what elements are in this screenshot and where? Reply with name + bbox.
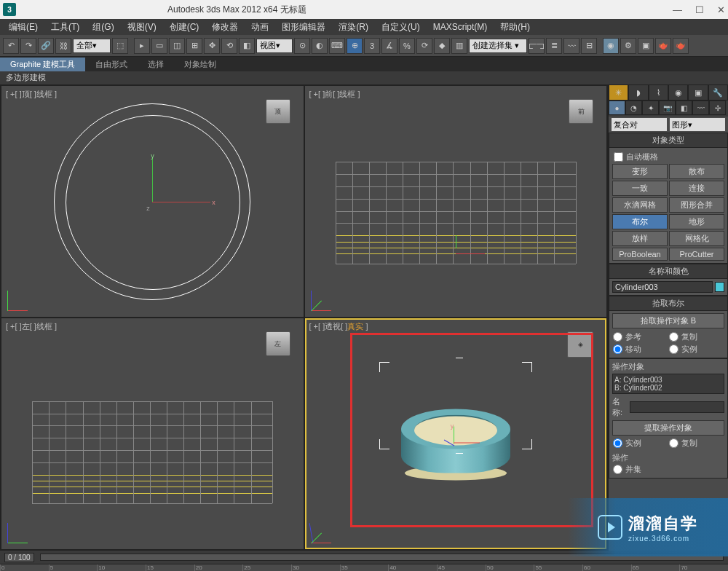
curve-editor-button[interactable]: 〰 bbox=[563, 38, 579, 54]
ref-coord-dropdown[interactable]: 视图 ▾ bbox=[256, 39, 293, 53]
material-editor-button[interactable]: ◉ bbox=[603, 38, 619, 54]
mirror-button[interactable]: ▥ bbox=[451, 38, 467, 54]
rendered-frame-button[interactable]: ▣ bbox=[638, 38, 654, 54]
btn-morph[interactable]: 变形 bbox=[612, 164, 668, 179]
window-cross-button[interactable]: ⊞ bbox=[186, 38, 202, 54]
redo-button[interactable]: ↷ bbox=[20, 38, 36, 54]
category-dropdown-1[interactable]: 复合对 bbox=[612, 118, 667, 131]
btn-scatter[interactable]: 散布 bbox=[669, 164, 724, 179]
btn-loft[interactable]: 放样 bbox=[612, 231, 668, 246]
rollout-namecolor[interactable]: 名称和颜色 bbox=[609, 264, 728, 279]
menu-help[interactable]: 帮助(H) bbox=[494, 20, 536, 35]
viewcube-front[interactable]: 前 bbox=[569, 99, 593, 124]
pick-operand-button[interactable]: 拾取操作对象 B bbox=[612, 313, 724, 328]
viewport-perspective[interactable]: [ +[ ]透视[ ]真实 ] ◈ y bbox=[305, 318, 607, 549]
menu-create[interactable]: 创建(C) bbox=[164, 20, 205, 35]
ribbon-tab-freeform[interactable]: 自由形式 bbox=[85, 58, 138, 71]
menu-customize[interactable]: 自定义(U) bbox=[376, 20, 426, 35]
snap-3[interactable]: 3 bbox=[364, 38, 380, 54]
viewport-front-label[interactable]: [ +[ ]前[ ]线框 ] bbox=[309, 89, 360, 100]
cursor-button[interactable]: ▸ bbox=[134, 38, 150, 54]
rotate-button[interactable]: ⟲ bbox=[221, 38, 237, 54]
btn-procutter[interactable]: ProCutter bbox=[669, 248, 724, 261]
radio-move[interactable] bbox=[613, 344, 622, 354]
timeline[interactable]: 0 5 10 15 20 25 30 35 40 45 50 55 60 65 … bbox=[0, 564, 728, 571]
viewport-persp-label[interactable]: [ +[ ]透视[ ]真实 ] bbox=[309, 321, 368, 332]
btn-blobmesh[interactable]: 水滴网格 bbox=[612, 197, 668, 213]
btn-conform[interactable]: 一致 bbox=[612, 181, 668, 196]
lights-subtab[interactable]: ✦ bbox=[642, 101, 659, 115]
ribbon-tab-graphite[interactable]: Graphite 建模工具 bbox=[0, 58, 85, 71]
quick-render-button[interactable]: 🫖 bbox=[673, 38, 689, 54]
render-setup-button[interactable]: ⚙ bbox=[620, 38, 636, 54]
modify-tab[interactable]: ◗ bbox=[628, 84, 648, 101]
rollout-pickbool[interactable]: 拾取布尔 bbox=[609, 296, 728, 311]
layers-button[interactable]: ≣ bbox=[546, 38, 562, 54]
align-button[interactable]: ⫍⫎ bbox=[529, 38, 545, 54]
object-name-input[interactable] bbox=[612, 281, 713, 293]
frame-indicator[interactable]: 0 / 100 bbox=[4, 553, 34, 562]
menu-maxscript[interactable]: MAXScript(M) bbox=[427, 20, 494, 34]
undo-button[interactable]: ↶ bbox=[3, 38, 19, 54]
systems-subtab[interactable]: ✢ bbox=[709, 101, 726, 115]
menu-modifiers[interactable]: 修改器 bbox=[206, 20, 244, 35]
autogrid-checkbox[interactable] bbox=[614, 152, 623, 162]
btn-proboolean[interactable]: ProBoolean bbox=[612, 248, 668, 261]
menu-group[interactable]: 组(G) bbox=[87, 20, 119, 35]
operands-listbox[interactable]: A: Cylinder003 B: Cylinder002 bbox=[612, 374, 724, 394]
viewport-left-label[interactable]: [ +[ ]左[ ]线框 ] bbox=[6, 321, 57, 332]
maximize-button[interactable]: ☐ bbox=[695, 4, 704, 15]
btn-mesher[interactable]: 网格化 bbox=[669, 231, 724, 246]
menu-grapheditor[interactable]: 图形编辑器 bbox=[276, 20, 331, 35]
unlink-button[interactable]: ⛓ bbox=[55, 38, 71, 54]
spinner-snap-button[interactable]: ⟳ bbox=[416, 38, 432, 54]
object-color-swatch[interactable] bbox=[715, 282, 724, 292]
shapes-subtab[interactable]: ◔ bbox=[625, 101, 642, 115]
hierarchy-tab[interactable]: ⌇ bbox=[649, 84, 668, 101]
btn-terrain[interactable]: 地形 bbox=[669, 214, 724, 229]
scale-button[interactable]: ◧ bbox=[239, 38, 255, 54]
pivot-button[interactable]: ⊙ bbox=[294, 38, 310, 54]
radio-copy2[interactable] bbox=[669, 438, 678, 448]
category-dropdown-2[interactable]: 图形▾ bbox=[670, 118, 725, 131]
radio-reference[interactable] bbox=[613, 332, 622, 342]
ribbon-sub-panel[interactable]: 多边形建模 bbox=[0, 71, 728, 84]
viewport-top[interactable]: [ +[ ]顶[ ]线框 ] 顶 x y z bbox=[1, 86, 304, 317]
menu-edit[interactable]: 编辑(E) bbox=[3, 20, 44, 35]
rect-select-button[interactable]: ◫ bbox=[169, 38, 185, 54]
close-button[interactable]: ✕ bbox=[717, 4, 725, 15]
render-button[interactable]: 🫖 bbox=[655, 38, 671, 54]
link-button[interactable]: 🔗 bbox=[38, 38, 54, 54]
snap-toggle[interactable]: ⊕ bbox=[347, 38, 363, 54]
extract-operand-button[interactable]: 提取操作对象 bbox=[612, 420, 724, 436]
select-button[interactable]: ⬚ bbox=[112, 38, 128, 54]
btn-shapemerge[interactable]: 图形合并 bbox=[669, 197, 724, 213]
cameras-subtab[interactable]: 📷 bbox=[659, 101, 676, 115]
operand-b[interactable]: B: Cylinder002 bbox=[614, 384, 722, 392]
btn-connect[interactable]: 连接 bbox=[669, 181, 724, 196]
viewport-front[interactable]: [ +[ ]前[ ]线框 ] 前 bbox=[305, 86, 607, 317]
angle-snap-button[interactable]: ∡ bbox=[381, 38, 397, 54]
menu-render[interactable]: 渲染(R) bbox=[333, 20, 374, 35]
radio-instance2[interactable] bbox=[613, 438, 622, 448]
viewcube-left[interactable]: 左 bbox=[266, 331, 290, 356]
viewcube-top[interactable]: 顶 bbox=[266, 99, 290, 124]
motion-tab[interactable]: ◉ bbox=[668, 84, 688, 101]
minimize-button[interactable]: — bbox=[673, 4, 682, 15]
create-tab[interactable]: ✳ bbox=[609, 84, 628, 101]
named-sel-dropdown[interactable]: 创建选择集 ▾ bbox=[469, 39, 527, 53]
keyboard-button[interactable]: ⌨ bbox=[329, 38, 345, 54]
viewport-left[interactable]: [ +[ ]左[ ]线框 ] 左 bbox=[1, 318, 304, 549]
rollout-objtype[interactable]: 对象类型 bbox=[609, 133, 728, 148]
radio-copy[interactable] bbox=[669, 332, 678, 342]
menu-view[interactable]: 视图(V) bbox=[122, 20, 162, 35]
radio-instance[interactable] bbox=[669, 344, 678, 354]
select-name-button[interactable]: ▭ bbox=[151, 38, 167, 54]
display-tab[interactable]: ▣ bbox=[688, 84, 708, 101]
btn-boolean[interactable]: 布尔 bbox=[612, 214, 668, 229]
move-button[interactable]: ✥ bbox=[204, 38, 220, 54]
radio-union[interactable] bbox=[613, 465, 622, 474]
edit-named-sel-button[interactable]: ◆ bbox=[434, 38, 450, 54]
helpers-subtab[interactable]: ◧ bbox=[676, 101, 692, 115]
operand-name-input[interactable] bbox=[630, 401, 724, 413]
